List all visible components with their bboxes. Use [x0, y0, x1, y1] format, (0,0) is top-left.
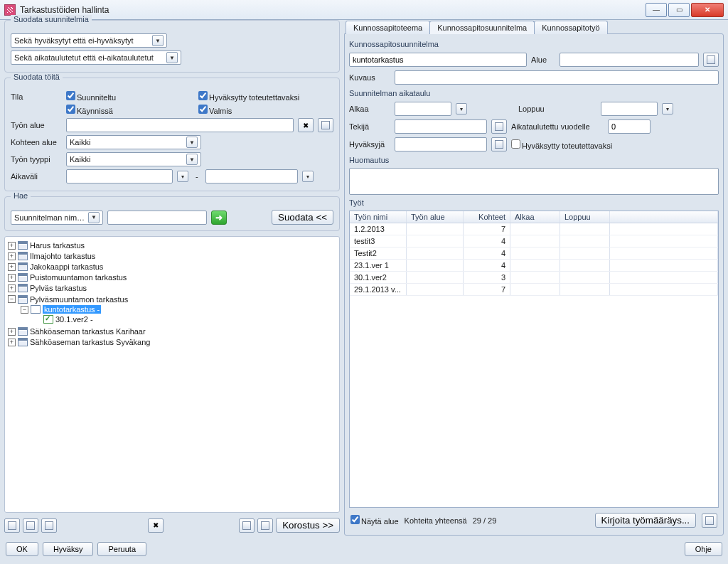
date-picker-icon[interactable]: ▾ [302, 171, 314, 182]
tree-node-label: Sähköaseman tarkastus Karihaar [30, 327, 146, 336]
info-button[interactable] [41, 518, 57, 533]
target-area-combo[interactable]: Kaikki ▼ [66, 135, 201, 149]
start-input[interactable] [395, 102, 451, 116]
approved-checkbox[interactable]: Hyväksytty toteutettavaksi [511, 139, 612, 150]
tree-node[interactable]: +Sähköaseman tarkastus Syväkang [8, 336, 338, 347]
tree-node[interactable]: +Sähköaseman tarkastus Karihaar [8, 326, 338, 336]
search-go-button[interactable]: ➜ [211, 211, 227, 225]
table-row[interactable]: 1.2.20137 [350, 223, 718, 235]
approve-button[interactable]: Hyväksy [43, 542, 94, 556]
search-mode-combo[interactable]: Suunnitelman nimellä ▼ [11, 211, 103, 225]
close-button[interactable]: ✕ [691, 3, 724, 17]
tab-panel-plan: Kunnossapitosuunnitelma Alue Kuvaus Suun… [344, 33, 724, 536]
expand-icon[interactable]: + [8, 284, 16, 292]
maximize-button[interactable]: ▭ [668, 3, 690, 17]
work-area-input[interactable] [66, 118, 294, 132]
layer2-button[interactable] [257, 518, 273, 533]
author-input[interactable] [395, 119, 487, 134]
cb-done[interactable]: Valmis [198, 105, 232, 115]
expand-icon[interactable]: + [8, 242, 16, 250]
help-button[interactable]: Ohje [685, 542, 722, 556]
tree-node[interactable]: 30.1.ver2 - [33, 314, 338, 324]
th-end[interactable]: Loppuu [560, 211, 610, 223]
work-type-combo[interactable]: Kaikki ▼ [66, 152, 201, 166]
interval-start[interactable] [66, 169, 173, 183]
tree-node-label: Harus tarkastus [30, 241, 85, 250]
tree-node[interactable]: +Harus tarkastus [8, 240, 338, 250]
pick-area-button[interactable] [318, 118, 333, 132]
collapse-icon[interactable]: − [21, 306, 28, 314]
cal-icon [18, 241, 28, 250]
clear-area-button[interactable]: ✖ [298, 118, 314, 132]
plan-name-input[interactable] [349, 53, 527, 67]
write-order-button[interactable]: Kirjoita työmääräys... [595, 513, 696, 528]
work-area-label: Työn alue [11, 121, 62, 129]
expand-icon[interactable]: + [8, 274, 16, 282]
tab-plan[interactable]: Kunnossapitosuunnitelma [429, 21, 535, 34]
pick-plan-area-button[interactable] [703, 53, 719, 67]
minimize-button[interactable]: — [646, 3, 667, 17]
ok-button[interactable]: OK [6, 542, 38, 556]
note-input[interactable] [349, 168, 719, 195]
end-input[interactable] [601, 102, 658, 116]
copy-button[interactable] [23, 518, 38, 533]
total-value: 29 / 29 [473, 516, 497, 525]
date-picker-icon[interactable]: ▾ [662, 103, 673, 115]
table-row[interactable]: 29.1.2013 v...7 [350, 284, 718, 296]
th-targets[interactable]: Kohteet [464, 211, 510, 223]
tabs: Kunnossapitoteema Kunnossapitosuunnitelm… [344, 20, 724, 33]
schedule-combo[interactable]: Sekä aikataulutetut että ei-aikataulutet… [11, 50, 181, 65]
tree-node[interactable]: +Pylväs tarkastus [8, 282, 338, 293]
interval-end[interactable] [205, 169, 298, 183]
cb-running[interactable]: Käynnissä [66, 105, 194, 115]
expand-icon[interactable]: + [8, 252, 16, 260]
tab-work[interactable]: Kunnossapitotyö [534, 21, 607, 34]
expand-icon[interactable]: + [8, 339, 16, 346]
tree-node[interactable]: +Puistomuuntamon tarkastus [8, 272, 338, 282]
end-label: Loppuu [518, 105, 596, 113]
cancel-button[interactable]: Peruuta [97, 542, 146, 556]
table-cell: 30.1.ver2 [350, 272, 407, 283]
table-row[interactable]: 23.1.ver 14 [350, 260, 718, 272]
table-row[interactable]: testit34 [350, 235, 718, 248]
edit-order-button[interactable] [702, 514, 717, 528]
date-picker-icon[interactable]: ▾ [456, 103, 467, 115]
expand-icon[interactable]: + [8, 328, 16, 336]
th-name[interactable]: Työn nimi [350, 211, 407, 223]
layer1-button[interactable] [239, 518, 255, 533]
table-row[interactable]: Testit24 [350, 248, 718, 260]
pick-author-button[interactable] [491, 119, 507, 134]
tree-node[interactable]: +Jakokaappi tarkastus [8, 261, 338, 272]
approval-combo[interactable]: Sekä hyväksytyt että ei-hyväksytyt ▼ [11, 33, 167, 48]
date-picker-icon[interactable]: ▾ [177, 171, 188, 182]
filter-toggle-button[interactable]: Suodata << [272, 210, 333, 225]
tree-node[interactable]: −kuntotarkastus -30.1.ver2 - [21, 304, 338, 325]
approver-input[interactable] [395, 137, 487, 151]
chevron-down-icon: ▼ [166, 52, 178, 63]
delete-button[interactable]: ✖ [148, 518, 164, 533]
plan-tree[interactable]: +Harus tarkastus+Ilmajohto tarkastus+Jak… [4, 236, 340, 513]
table-cell [560, 284, 610, 295]
highlight-button[interactable]: Korostus >> [276, 518, 340, 533]
cb-approved[interactable]: Hyväksytty toteutettavaksi [198, 91, 299, 102]
table-row[interactable]: 30.1.ver23 [350, 272, 718, 284]
tree-node[interactable]: +Ilmajohto tarkastus [8, 250, 338, 261]
cb-planned[interactable]: Suunniteltu [66, 91, 194, 102]
desc-input[interactable] [395, 70, 719, 85]
tree-node[interactable]: −Pylväsmuuntamon tarkastus−kuntotarkastu… [8, 293, 338, 325]
works-table[interactable]: Työn nimi Työn alue Kohteet Alkaa Loppuu… [349, 211, 719, 508]
collapse-icon[interactable]: − [8, 295, 16, 303]
th-blank [610, 211, 718, 223]
show-area-checkbox[interactable]: Näytä alue [350, 515, 399, 526]
tab-theme[interactable]: Kunnossapitoteema [346, 21, 430, 34]
plan-area-input[interactable] [560, 53, 699, 67]
table-cell: 4 [464, 248, 510, 259]
th-area[interactable]: Työn alue [407, 211, 464, 223]
expand-icon[interactable]: + [8, 263, 16, 271]
th-start[interactable]: Alkaa [510, 211, 560, 223]
new-button[interactable] [4, 518, 20, 533]
sched-year-input[interactable] [608, 119, 651, 134]
search-input[interactable] [107, 211, 207, 225]
pick-approver-button[interactable] [491, 137, 507, 151]
table-cell: 7 [464, 223, 510, 235]
